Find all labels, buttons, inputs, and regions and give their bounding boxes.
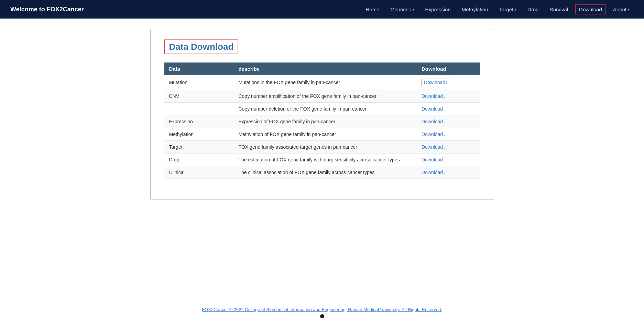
page-title: Data Download	[164, 39, 239, 54]
nav-item-target[interactable]: Target ▾	[495, 4, 521, 14]
nav-item-home[interactable]: Home	[362, 4, 384, 14]
nav-item-expression[interactable]: Expression	[421, 4, 455, 14]
nav-link-target[interactable]: Target ▾	[495, 4, 521, 14]
download-link[interactable]: Download↓	[422, 106, 445, 112]
table-body: MutationMutations in the FOX gene family…	[164, 75, 480, 179]
table-row: CNVCopy number amplification of the FOX …	[164, 90, 480, 103]
cell-data	[164, 103, 234, 115]
cell-describe: The clinical association of FOX gene fam…	[233, 166, 416, 179]
footer: FOX2Cancer © 2022 College of Biomedical …	[0, 300, 644, 325]
cell-describe: Methylation of FOX gene family in pan-ca…	[233, 128, 416, 141]
table-row: ClinicalThe clinical association of FOX …	[164, 166, 480, 179]
cell-download: Download↓	[417, 75, 480, 90]
cell-download: Download↓	[417, 128, 480, 141]
table-row: MethylationMethylation of FOX gene famil…	[164, 128, 480, 141]
cell-data: Expression	[164, 115, 234, 128]
footer-link[interactable]: FOX2Cancer © 2022 College of Biomedical …	[202, 307, 442, 312]
chevron-down-icon: ▾	[515, 8, 516, 11]
cell-describe: Mutations in the FOX gene family in pan-…	[233, 75, 416, 90]
cell-download: Download↓	[417, 115, 480, 128]
cell-download: Download↓	[417, 90, 480, 103]
download-link[interactable]: Download↓	[422, 119, 445, 124]
nav-link-download[interactable]: Download	[575, 4, 606, 14]
table-row: ExpressionExpression of FOX gene family …	[164, 115, 480, 128]
col-header-download: Download	[417, 62, 480, 75]
cell-download: Download↓	[417, 166, 480, 179]
cell-describe: Copy number deletion of the FOX gene fam…	[233, 103, 416, 115]
cell-download: Download↓	[417, 153, 480, 166]
cell-data: Drug	[164, 153, 234, 166]
cell-describe: FOX gene family associated target genes …	[233, 141, 416, 153]
nav-item-survival[interactable]: Survival	[546, 4, 572, 14]
cell-describe: Copy number amplification of the FOX gen…	[233, 90, 416, 103]
nav-link-drug[interactable]: Drug	[523, 4, 543, 14]
nav-item-genomic[interactable]: Genomic ▾	[386, 4, 418, 14]
cell-data: Target	[164, 141, 234, 153]
nav-link-about[interactable]: About ▾	[609, 4, 634, 14]
nav-menu: Home Genomic ▾ Expression Methylation Ta…	[362, 4, 634, 14]
chevron-down-icon: ▾	[628, 8, 630, 11]
nav-item-download[interactable]: Download	[575, 4, 606, 14]
table-header: Data describe Download	[164, 62, 480, 75]
table-row: MutationMutations in the FOX gene family…	[164, 75, 480, 90]
nav-item-drug[interactable]: Drug	[523, 4, 543, 14]
cell-data: Methylation	[164, 128, 234, 141]
download-link[interactable]: Download↓	[422, 132, 445, 137]
cell-data: Mutation	[164, 75, 234, 90]
col-header-data: Data	[164, 62, 234, 75]
cell-describe: The estimation of FOX gene family with d…	[233, 153, 416, 166]
cell-data: CNV	[164, 90, 234, 103]
nav-item-methylation[interactable]: Methylation	[458, 4, 492, 14]
download-link[interactable]: Download↓	[422, 170, 445, 175]
nav-link-genomic[interactable]: Genomic ▾	[386, 4, 418, 14]
download-link[interactable]: Download↓	[422, 79, 450, 86]
cell-download: Download↓	[417, 103, 480, 115]
nav-link-survival[interactable]: Survival	[546, 4, 572, 14]
footer-dot	[320, 314, 324, 318]
content-card: Data Download Data describe Download Mut…	[150, 29, 494, 200]
nav-link-home[interactable]: Home	[362, 4, 384, 14]
data-table: Data describe Download MutationMutations…	[164, 62, 480, 179]
col-header-describe: describe	[233, 62, 416, 75]
download-link[interactable]: Download↓	[422, 144, 445, 150]
download-link[interactable]: Download↓	[422, 93, 445, 99]
nav-link-expression[interactable]: Expression	[421, 4, 455, 14]
brand: Welcome to FOX2Cancer	[10, 6, 84, 13]
nav-link-methylation[interactable]: Methylation	[458, 4, 492, 14]
table-row: Copy number deletion of the FOX gene fam…	[164, 103, 480, 115]
chevron-down-icon: ▾	[413, 8, 414, 11]
main-content: Data Download Data describe Download Mut…	[0, 19, 644, 300]
cell-data: Clinical	[164, 166, 234, 179]
table-row: TargetFOX gene family associated target …	[164, 141, 480, 153]
table-row: DrugThe estimation of FOX gene family wi…	[164, 153, 480, 166]
navbar: Welcome to FOX2Cancer Home Genomic ▾ Exp…	[0, 0, 644, 19]
cell-describe: Expression of FOX gene family in pan-can…	[233, 115, 416, 128]
nav-item-about[interactable]: About ▾	[609, 4, 634, 14]
cell-download: Download↓	[417, 141, 480, 153]
download-link[interactable]: Download↓	[422, 157, 445, 162]
